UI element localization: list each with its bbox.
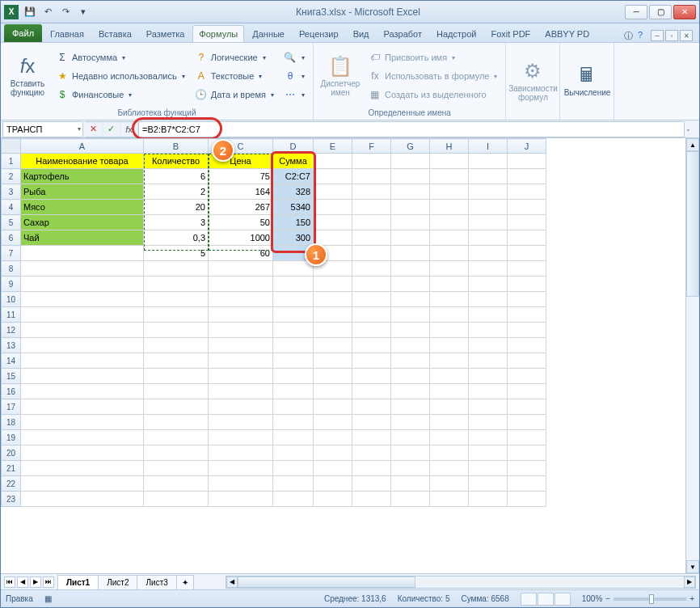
cell-I8[interactable] (469, 261, 508, 277)
cell-F15[interactable] (352, 369, 391, 384)
cell-E22[interactable] (314, 476, 352, 492)
qat-dropdown[interactable]: ▾ (75, 4, 91, 20)
cell-I14[interactable] (469, 353, 508, 369)
cell-D22[interactable] (273, 476, 314, 492)
cell-B3[interactable]: 2 (144, 184, 209, 200)
row-header-19[interactable]: 19 (2, 430, 21, 445)
cell-B9[interactable] (144, 277, 209, 292)
cell-H10[interactable] (430, 292, 469, 307)
cell-F7[interactable] (352, 246, 391, 261)
cell-I7[interactable] (469, 246, 508, 261)
cell-A4[interactable]: Мясо (21, 200, 144, 215)
cell-A5[interactable]: Сахар (21, 215, 144, 230)
cell-G13[interactable] (391, 338, 430, 353)
cell-G18[interactable] (391, 415, 430, 430)
cell-B23[interactable] (144, 492, 209, 507)
scroll-up-arrow[interactable]: ▲ (686, 138, 699, 151)
cell-C11[interactable] (209, 307, 273, 323)
col-header-A[interactable]: A (21, 139, 144, 154)
cell-F19[interactable] (352, 430, 391, 445)
cell-A21[interactable] (21, 461, 144, 476)
mdi-restore[interactable]: ▫ (665, 30, 678, 41)
cell-G7[interactable] (391, 246, 430, 261)
cell-E3[interactable] (314, 184, 352, 200)
cell-E1[interactable] (314, 154, 352, 169)
cell-B8[interactable] (144, 261, 209, 277)
col-header-C[interactable]: C (209, 139, 273, 154)
cell-E23[interactable] (314, 492, 352, 507)
cell-B4[interactable]: 20 (144, 200, 209, 215)
undo-button[interactable]: ↶ (40, 4, 56, 20)
cell-C23[interactable] (209, 492, 273, 507)
cell-I23[interactable] (469, 492, 508, 507)
math-button[interactable]: θ▾ (280, 67, 308, 85)
cell-H3[interactable] (430, 184, 469, 200)
cell-A9[interactable] (21, 277, 144, 292)
cell-J7[interactable] (508, 246, 546, 261)
cell-J20[interactable] (508, 445, 546, 461)
page-layout-view-button[interactable] (538, 593, 554, 606)
cell-H9[interactable] (430, 277, 469, 292)
cell-C22[interactable] (209, 476, 273, 492)
cell-E18[interactable] (314, 415, 352, 430)
cell-G2[interactable] (391, 169, 430, 184)
cell-J13[interactable] (508, 338, 546, 353)
tab-view[interactable]: Вид (347, 25, 376, 42)
cell-E9[interactable] (314, 277, 352, 292)
cell-F5[interactable] (352, 215, 391, 230)
page-break-view-button[interactable] (555, 593, 571, 606)
cell-D1[interactable]: Сумма (273, 154, 314, 169)
sheet-nav-prev[interactable]: ◀ (17, 576, 28, 588)
cell-H12[interactable] (430, 323, 469, 338)
cell-B2[interactable]: 6 (144, 169, 209, 184)
tab-addins[interactable]: Надстрой (430, 25, 483, 42)
cell-H22[interactable] (430, 476, 469, 492)
cell-F10[interactable] (352, 292, 391, 307)
cell-I5[interactable] (469, 215, 508, 230)
cell-C17[interactable] (209, 399, 273, 415)
cell-J8[interactable] (508, 261, 546, 277)
tab-layout[interactable]: Разметка (140, 25, 192, 42)
row-header-3[interactable]: 3 (2, 184, 21, 200)
col-header-H[interactable]: H (430, 139, 469, 154)
horizontal-scrollbar[interactable]: ◀ ▶ (226, 576, 696, 589)
cell-F3[interactable] (352, 184, 391, 200)
cell-B16[interactable] (144, 384, 209, 399)
cell-E2[interactable] (314, 169, 352, 184)
tab-insert[interactable]: Вставка (92, 25, 138, 42)
cell-J18[interactable] (508, 415, 546, 430)
vertical-scrollbar[interactable]: ▲ ▼ (685, 138, 699, 573)
cell-B1[interactable]: Количество (144, 154, 209, 169)
cell-D2[interactable]: C2:C7 (273, 169, 314, 184)
minimize-ribbon-icon[interactable]: ⓘ (624, 30, 633, 42)
cell-G5[interactable] (391, 215, 430, 230)
cell-E6[interactable] (314, 230, 352, 246)
maximize-button[interactable]: ▢ (649, 5, 672, 19)
scroll-down-arrow[interactable]: ▼ (686, 560, 699, 573)
cell-F22[interactable] (352, 476, 391, 492)
cell-D11[interactable] (273, 307, 314, 323)
cell-D13[interactable] (273, 338, 314, 353)
cell-F11[interactable] (352, 307, 391, 323)
cell-I18[interactable] (469, 415, 508, 430)
cell-G20[interactable] (391, 445, 430, 461)
cell-H2[interactable] (430, 169, 469, 184)
cell-H17[interactable] (430, 399, 469, 415)
cell-I1[interactable] (469, 154, 508, 169)
sheet-nav-last[interactable]: ⏭ (43, 576, 54, 588)
row-header-23[interactable]: 23 (2, 492, 21, 507)
mdi-minimize[interactable]: ─ (651, 30, 664, 41)
row-header-20[interactable]: 20 (2, 445, 21, 461)
cell-G3[interactable] (391, 184, 430, 200)
row-header-6[interactable]: 6 (2, 230, 21, 246)
cell-D5[interactable]: 150 (273, 215, 314, 230)
cell-D7[interactable] (273, 246, 314, 261)
cell-C14[interactable] (209, 353, 273, 369)
cell-B10[interactable] (144, 292, 209, 307)
zoom-in-button[interactable]: + (689, 594, 694, 603)
autosum-button[interactable]: ΣАвтосумма▾ (53, 49, 188, 66)
cell-J2[interactable] (508, 169, 546, 184)
cancel-formula-button[interactable]: ✕ (85, 122, 103, 137)
zoom-thumb[interactable] (649, 594, 654, 604)
cell-C6[interactable]: 1000 (209, 230, 273, 246)
